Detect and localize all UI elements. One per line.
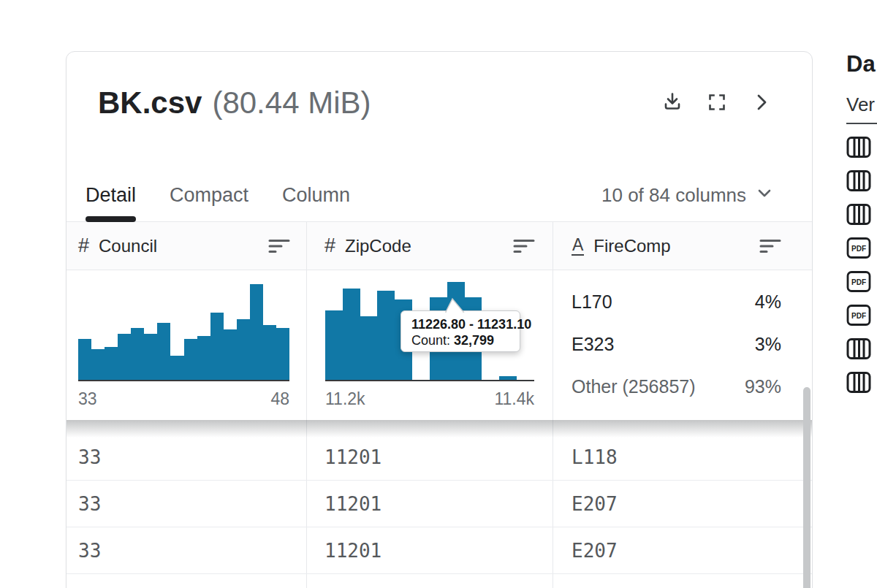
sidebar-versions-link[interactable]: Ver [846, 93, 877, 124]
pdf-file-icon[interactable]: PDF [846, 237, 871, 259]
table-cell: 11201 [306, 435, 553, 480]
firecomp-stats-cell: L170 4% E323 3% Other (256857) 93% [553, 270, 812, 420]
histogram-bar[interactable] [237, 319, 250, 380]
table-body: 3311201L1183311201E2073311201E207 [67, 420, 812, 588]
histogram-bar[interactable] [325, 310, 343, 380]
council-histogram[interactable] [78, 270, 289, 380]
table-row: 3311201L118 [67, 435, 812, 481]
histogram-bar[interactable] [91, 349, 105, 380]
histogram-bar[interactable] [210, 313, 224, 380]
download-button[interactable] [660, 91, 685, 116]
page: BK.csv(80.44 MiB) Detail Compact Column … [0, 0, 877, 588]
histogram-bar[interactable] [78, 339, 91, 380]
svg-text:PDF: PDF [851, 245, 866, 253]
column-header-firecomp[interactable]: A FireComp [553, 222, 812, 270]
column-name: FireComp [593, 236, 759, 256]
column-name: ZipCode [345, 236, 513, 256]
tab-detail[interactable]: Detail [86, 169, 136, 221]
partial-row [67, 420, 812, 435]
histogram-bar[interactable] [276, 328, 289, 380]
table-file-icon[interactable] [846, 136, 871, 159]
columns-selector[interactable]: 10 of 84 columns [601, 169, 774, 221]
category-pct: 3% [755, 334, 781, 355]
column-headers: # Council # ZipCode A FireComp [67, 222, 812, 270]
category-pct: 4% [755, 291, 781, 313]
chevron-down-icon [755, 183, 774, 207]
histogram-bar[interactable] [118, 334, 131, 380]
sort-icon[interactable] [513, 238, 535, 254]
table-cell: 33 [67, 481, 306, 527]
tooltip-count: Count: 32,799 [411, 332, 520, 348]
table-cell: E207 [553, 481, 812, 527]
file-title: BK.csv(80.44 MiB) [98, 85, 371, 121]
table-cell: 11201 [306, 527, 553, 573]
table-file-icon[interactable] [846, 169, 871, 192]
table-row: 3311201E207 [67, 527, 812, 574]
svg-text:PDF: PDF [851, 278, 866, 286]
column-header-council[interactable]: # Council [67, 222, 306, 270]
category-row: L170 4% [572, 289, 781, 315]
histogram-bar[interactable] [343, 289, 360, 380]
pdf-file-icon[interactable]: PDF [846, 304, 871, 327]
council-histogram-cell: 33 48 [67, 270, 306, 420]
category-list: L170 4% E323 3% Other (256857) 93% [553, 270, 812, 400]
file-name: BK.csv [98, 85, 202, 120]
histogram-bar[interactable] [170, 356, 183, 380]
category-label: Other (256857) [572, 376, 696, 397]
histogram-bar[interactable] [263, 325, 276, 380]
table-cell: L118 [553, 435, 812, 480]
table-cell: 33 [67, 527, 306, 573]
column-name: Council [99, 236, 268, 256]
svg-text:PDF: PDF [851, 312, 866, 320]
table-file-icon[interactable] [846, 371, 871, 394]
table-file-icon[interactable] [846, 337, 871, 360]
card-header: BK.csv(80.44 MiB) [67, 52, 812, 169]
sidebar-file-list: PDFPDFPDF [846, 136, 871, 394]
histogram-bar[interactable] [360, 316, 378, 380]
histogram-bar[interactable] [250, 284, 263, 380]
vertical-scrollbar[interactable] [803, 387, 810, 588]
histogram-tooltip: 11226.80 - 11231.10 Count: 32,799 [400, 310, 520, 352]
tooltip-arrow [444, 297, 466, 316]
zipcode-axis: 11.2k 11.4k [325, 389, 534, 409]
axis-min-label: 33 [78, 389, 97, 409]
chevron-right-icon [749, 90, 774, 118]
axis-max-label: 11.4k [494, 389, 534, 409]
table-rows: 3311201L1183311201E2073311201E207 [67, 435, 812, 574]
council-axis: 33 48 [78, 389, 289, 409]
tab-column[interactable]: Column [282, 169, 350, 221]
histogram-bar[interactable] [131, 328, 144, 380]
sort-icon[interactable] [268, 238, 290, 254]
tab-compact[interactable]: Compact [170, 169, 248, 221]
tooltip-range: 11226.80 - 11231.10 [411, 316, 520, 332]
letter-a-icon: A [572, 236, 584, 255]
file-preview-card: BK.csv(80.44 MiB) Detail Compact Column … [66, 51, 813, 588]
download-icon [660, 90, 685, 118]
axis-min-label: 11.2k [325, 389, 365, 409]
card-toolbar [660, 91, 774, 116]
table-cell: 33 [67, 435, 306, 480]
histogram-bar[interactable] [377, 291, 395, 380]
hash-icon: # [324, 236, 335, 256]
histogram-bar[interactable] [197, 336, 210, 380]
next-file-button[interactable] [749, 91, 774, 116]
table-file-icon[interactable] [846, 203, 871, 226]
column-header-zipcode[interactable]: # ZipCode [306, 222, 553, 270]
histogram-bar[interactable] [105, 347, 118, 380]
sort-icon[interactable] [759, 238, 781, 254]
pdf-file-icon[interactable]: PDF [846, 270, 871, 293]
sidebar-heading: Da [846, 51, 876, 77]
histogram-baseline [78, 380, 289, 381]
columns-selector-label: 10 of 84 columns [601, 184, 746, 207]
histogram-bar[interactable] [157, 323, 170, 380]
fullscreen-button[interactable] [705, 91, 729, 116]
category-pct: 93% [745, 376, 781, 397]
histogram-bar[interactable] [499, 376, 517, 380]
axis-max-label: 48 [270, 389, 289, 409]
histogram-bar[interactable] [224, 329, 237, 380]
histogram-bar[interactable] [144, 334, 157, 380]
histogram-bar[interactable] [184, 339, 197, 380]
view-tabs: Detail Compact Column 10 of 84 columns [67, 169, 812, 222]
table-cell: E207 [553, 527, 812, 573]
file-size: (80.44 MiB) [212, 85, 371, 120]
